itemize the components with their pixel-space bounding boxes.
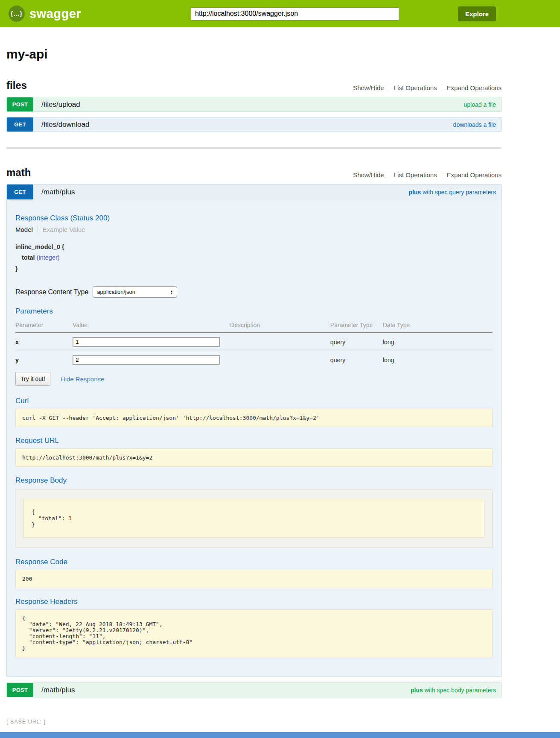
column-header-parameter-type: Parameter Type [330,319,383,333]
show-hide-link[interactable]: Show/Hide [353,171,384,179]
request-url-box: http://localhost:3000/math/plus?x=1&y=2 [15,448,493,467]
operation-path[interactable]: /files/download [41,120,89,129]
explore-button[interactable]: Explore [458,6,496,21]
section-divider [6,147,502,149]
curl-command-box: curl -X GET --header 'Accept: applicatio… [15,409,493,427]
method-badge-get: GET [7,117,33,132]
request-url: http://localhost:3000/math/plus?x=1&y=2 [22,454,486,461]
operation-row-post-files-upload[interactable]: POST /files/upload upload a file [6,97,502,112]
response-code-box: 200 [15,570,493,588]
separator [389,85,389,91]
response-headers: { "date": "Wed, 22 Aug 2018 18:49:13 GMT… [22,615,486,651]
parameters-table: Parameter Value Description Parameter Ty… [15,319,493,369]
model-signature: inline_model_0 { total (integer) } [15,242,493,274]
parameter-type: query [330,351,383,369]
column-header-data-type: Data Type [383,319,493,333]
response-class-heading: Response Class (Status 200) [15,214,493,223]
brand-name: swagger [29,7,81,21]
curl-heading: Curl [15,397,493,405]
section-title-math: math [6,167,31,179]
operation-summary[interactable]: downloads a file [453,121,496,128]
response-code-heading: Response Code [15,558,493,566]
separator [389,172,389,178]
api-url-input[interactable] [191,7,399,20]
bottom-bar [0,732,560,738]
curl-command: curl -X GET --header 'Accept: applicatio… [22,415,486,421]
operation-summary-rest: with spec body parameters [423,687,496,694]
expand-operations-link[interactable]: Expand Operations [447,171,502,179]
operation-summary-rest: with spec query parameters [421,189,496,196]
list-operations-link[interactable]: List Operations [394,84,437,91]
section-title-files: files [6,79,27,91]
tab-model[interactable]: Model [15,226,38,233]
response-code: 200 [22,576,486,582]
response-content-type-label: Response Content Type [15,288,88,296]
operation-summary[interactable]: upload a file [464,101,496,108]
operation-path[interactable]: /files/upload [41,100,80,109]
files-section: files Show/Hide List Operations Expand O… [6,79,502,132]
method-badge-get: GET [7,184,33,199]
parameter-x-input[interactable] [73,337,220,347]
request-url-heading: Request URL [15,436,493,445]
response-body-value: 3 [68,515,72,521]
method-badge-post: POST [7,97,33,111]
model-close-brace: } [15,264,493,274]
response-body-box: { "total": 3 } [23,499,484,538]
swagger-logo-icon: {…} [9,6,25,22]
column-header-parameter: Parameter [15,319,73,333]
response-headers-heading: Response Headers [15,597,493,606]
operation-path[interactable]: /math/plus [41,686,75,694]
show-hide-link[interactable]: Show/Hide [353,84,384,91]
hide-response-link[interactable]: Hide Response [61,375,105,383]
tab-example-value[interactable]: Example Value [38,226,85,233]
response-body-wrapper: { "total": 3 } [15,489,493,548]
column-header-value: Value [73,319,230,333]
parameter-row-x: x query long [15,333,493,351]
separator [442,85,442,91]
operation-summary-strong: plus [411,687,423,694]
operation-details: Response Class (Status 200) Model Exampl… [7,199,501,676]
parameter-name: y [15,351,73,369]
list-operations-link[interactable]: List Operations [394,171,437,179]
parameter-description [230,333,330,351]
section-controls-files: Show/Hide List Operations Expand Operati… [353,84,502,91]
swagger-brand: {…} swagger [9,6,111,22]
math-section: math Show/Hide List Operations Expand Op… [6,167,502,697]
operation-path[interactable]: /math/plus [41,188,75,196]
parameter-y-input[interactable] [73,355,220,365]
page-title: my-api [6,47,502,62]
model-open-brace: inline_model_0 { [15,242,493,252]
parameter-data-type: long [383,351,493,369]
select-arrows-icon: ▲▼ [170,290,173,294]
operation-block-get-math-plus: GET /math/plus plus with spec query para… [6,184,502,677]
parameter-name: x [15,333,73,351]
method-badge-post: POST [7,683,33,697]
header-bar: {…} swagger Explore [0,0,560,27]
model-property-name: total [22,254,35,261]
operation-row-post-math-plus[interactable]: POST /math/plus plus with spec body para… [6,682,502,697]
model-property-type: (integer) [37,254,60,261]
try-it-out-button[interactable]: Try it out! [15,372,50,386]
expand-operations-link[interactable]: Expand Operations [447,84,502,91]
response-body-heading: Response Body [15,476,493,485]
parameter-row-y: y query long [15,351,493,369]
operation-row-get-files-download[interactable]: GET /files/download downloads a file [6,117,502,132]
response-headers-box: { "date": "Wed, 22 Aug 2018 18:49:13 GMT… [15,609,493,657]
parameter-data-type: long [383,333,493,351]
operation-row-get-math-plus[interactable]: GET /math/plus plus with spec query para… [7,184,501,199]
parameter-type: query [330,333,383,351]
separator [442,172,442,178]
selected-content-type: application/json [97,289,135,295]
parameters-heading: Parameters [15,307,493,316]
base-url-label: [ BASE URL: ] [6,719,560,725]
model-tabs: Model Example Value [15,226,493,233]
parameter-description [230,351,330,369]
operation-summary[interactable]: plus with spec query parameters [408,189,496,196]
operation-summary[interactable]: plus with spec body parameters [411,687,496,694]
main-content: my-api files Show/Hide List Operations E… [6,27,502,703]
response-content-type-select[interactable]: application/json ▲▼ [93,286,177,298]
operation-summary-strong: plus [408,189,421,196]
section-controls-math: Show/Hide List Operations Expand Operati… [353,171,502,179]
response-body: { "total": 3 } [32,509,476,528]
column-header-description: Description [230,319,330,333]
